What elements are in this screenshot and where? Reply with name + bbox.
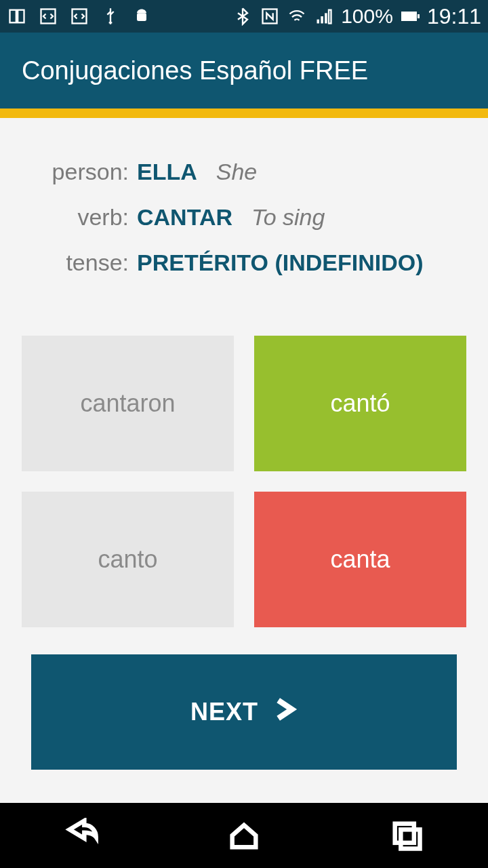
app-bar: Conjugaciones Español FREE <box>0 33 488 108</box>
android-icon <box>131 6 152 26</box>
verb-label: verb: <box>28 204 137 231</box>
svg-rect-4 <box>137 13 146 21</box>
svg-rect-8 <box>317 20 320 24</box>
home-button[interactable] <box>203 815 285 856</box>
multiwindow-icon <box>7 6 27 26</box>
status-bar: 100% 19:11 <box>0 0 488 33</box>
status-left <box>7 6 152 26</box>
tense-value: PRETÉRITO (INDEFINIDO) <box>137 250 424 276</box>
tense-label: tense: <box>28 250 137 276</box>
option-4[interactable]: canta <box>254 492 466 627</box>
usb-icon <box>100 6 121 26</box>
navigation-bar <box>0 803 488 868</box>
home-icon <box>226 818 262 853</box>
option-2[interactable]: cantó <box>254 336 466 471</box>
person-label: person: <box>28 159 137 185</box>
options-grid: cantaron cantó canto canta <box>22 336 466 627</box>
verb-translation: To sing <box>251 204 325 231</box>
person-value: ELLA <box>137 159 197 185</box>
status-right: 100% 19:11 <box>232 4 481 29</box>
option-3[interactable]: canto <box>22 492 234 627</box>
svg-rect-13 <box>418 14 420 18</box>
next-button[interactable]: NEXT <box>31 654 457 770</box>
svg-rect-9 <box>321 16 324 24</box>
person-translation: She <box>216 159 258 185</box>
recents-button[interactable] <box>366 815 447 856</box>
battery-percent: 100% <box>341 5 393 28</box>
info-row-tense: tense: PRETÉRITO (INDEFINIDO) <box>28 250 466 276</box>
next-label: NEXT <box>190 698 258 726</box>
svg-rect-0 <box>10 10 16 23</box>
bluetooth-icon <box>232 6 253 26</box>
wifi-icon <box>287 6 307 26</box>
app-title: Conjugaciones Español FREE <box>22 56 368 85</box>
svg-rect-14 <box>395 824 414 843</box>
quiz-info: person: ELLA She verb: CANTAR To sing te… <box>22 118 466 336</box>
clock: 19:11 <box>427 4 481 29</box>
battery-icon <box>400 6 420 26</box>
svg-rect-1 <box>18 10 24 23</box>
accent-strip <box>0 108 488 118</box>
content: person: ELLA She verb: CANTAR To sing te… <box>0 118 488 803</box>
svg-rect-12 <box>401 12 417 21</box>
svg-rect-10 <box>325 13 327 23</box>
option-1[interactable]: cantaron <box>22 336 234 471</box>
svg-rect-11 <box>329 10 331 24</box>
svg-rect-15 <box>401 829 420 848</box>
signal-icon <box>314 6 334 26</box>
recents-icon <box>389 818 424 853</box>
dev-icon-2 <box>69 6 89 26</box>
verb-value: CANTAR <box>137 204 232 231</box>
chevron-right-icon <box>270 696 298 729</box>
back-button[interactable] <box>41 815 122 856</box>
info-row-verb: verb: CANTAR To sing <box>28 204 466 231</box>
info-row-person: person: ELLA She <box>28 159 466 185</box>
dev-icon <box>38 6 58 26</box>
nfc-icon <box>260 6 280 26</box>
back-icon <box>64 818 99 853</box>
